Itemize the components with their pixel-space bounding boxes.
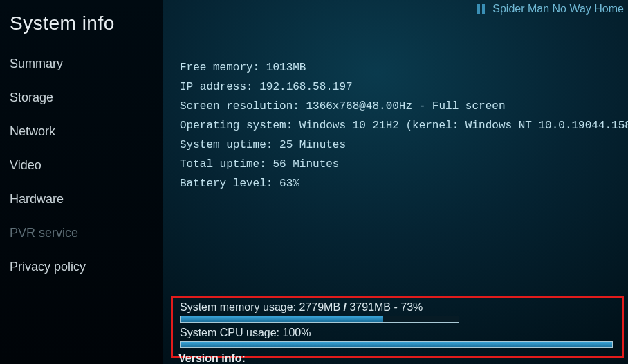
version-info-label: Version info:: [178, 352, 246, 364]
memory-usage-total: 3791MB - 73%: [349, 301, 423, 313]
info-operating-system: Operating system: Windows 10 21H2 (kerne…: [180, 116, 620, 135]
info-free-memory: Free memory: 1013MB: [180, 58, 620, 77]
sidebar-item-storage[interactable]: Storage: [0, 81, 163, 115]
sidebar-item-hardware[interactable]: Hardware: [0, 182, 163, 216]
pause-icon: [477, 4, 487, 14]
memory-usage-sep: /: [340, 301, 349, 313]
cpu-usage-fill: [181, 342, 612, 347]
info-ip-address: IP address: 192.168.58.197: [180, 77, 620, 97]
sidebar: System info SummaryStorageNetworkVideoHa…: [0, 0, 163, 364]
sidebar-item-video[interactable]: Video: [0, 149, 163, 182]
now-playing-title: Spider Man No Way Home: [492, 3, 624, 15]
usage-box: System memory usage: 2779MB / 3791MB - 7…: [171, 296, 624, 358]
info-panel: Free memory: 1013MB IP address: 192.168.…: [180, 58, 620, 193]
info-battery: Battery level: 63%: [180, 174, 620, 193]
sidebar-item-network[interactable]: Network: [0, 115, 163, 149]
memory-usage-label: System memory usage: 2779MB / 3791MB - 7…: [180, 301, 615, 314]
sidebar-nav: SummaryStorageNetworkVideoHardwarePVR se…: [0, 47, 163, 284]
info-total-uptime: Total uptime: 56 Minutes: [180, 155, 620, 174]
cpu-usage-bar: [180, 341, 613, 348]
info-screen-resolution: Screen resolution: 1366x768@48.00Hz - Fu…: [180, 97, 620, 116]
now-playing: Spider Man No Way Home: [477, 3, 624, 15]
memory-usage-used: System memory usage: 2779MB: [180, 301, 340, 313]
memory-usage-fill: [181, 316, 383, 322]
sidebar-item-privacy-policy[interactable]: Privacy policy: [0, 250, 163, 284]
sidebar-item-summary[interactable]: Summary: [0, 47, 163, 81]
cpu-usage-label: System CPU usage: 100%: [180, 327, 615, 339]
info-system-uptime: System uptime: 25 Minutes: [180, 135, 620, 155]
sidebar-item-pvr-service[interactable]: PVR service: [0, 216, 163, 250]
memory-usage-bar: [180, 316, 459, 323]
page-title: System info: [0, 6, 163, 47]
